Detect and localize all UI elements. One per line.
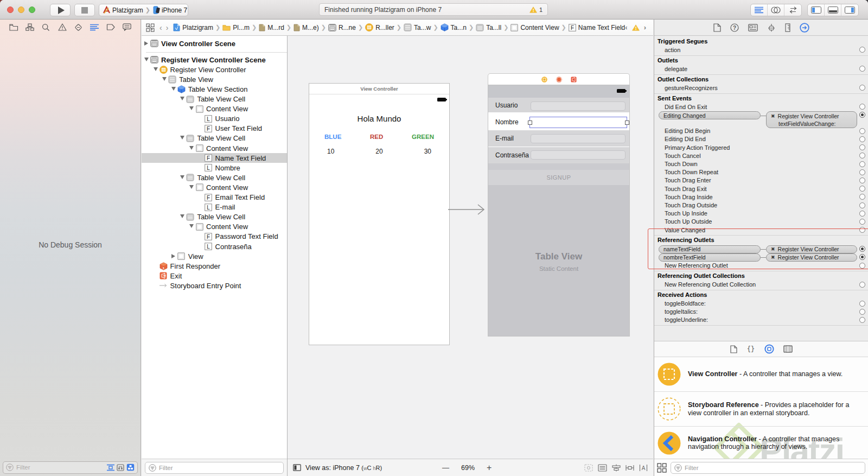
next-issue-button[interactable]: ›	[644, 23, 646, 31]
breadcrumb-item[interactable]: Ta...w	[404, 23, 431, 31]
update-frames-button[interactable]	[584, 464, 593, 472]
breadcrumb-item[interactable]: R...ller	[365, 23, 394, 31]
outline-row[interactable]: Storyboard Entry Point	[142, 281, 287, 290]
navigator-tab-tests[interactable]	[72, 22, 84, 33]
scheme-selector[interactable]: Platzigram ❯ iPhone 7	[99, 4, 188, 16]
outline-filter-field[interactable]: Filter	[145, 462, 284, 474]
connection-source-pill[interactable]: nombreTextField	[659, 253, 761, 262]
connection-well-empty[interactable]	[859, 186, 865, 192]
connection-well-filled[interactable]	[859, 246, 865, 252]
outline-row[interactable]: 1First Responder	[142, 261, 287, 271]
disclosure-expanded-icon[interactable]	[171, 87, 176, 91]
view-controller-icon[interactable]	[541, 77, 547, 82]
table-view-placeholder[interactable]: Table View Static Content	[488, 185, 629, 336]
disclosure-expanded-icon[interactable]	[180, 214, 184, 218]
connection-well-filled[interactable]	[859, 254, 865, 260]
debug-mode-button-2[interactable]	[117, 464, 124, 471]
view-controller-scene[interactable]: View Controller Hola Mundo BLUEREDGREEN …	[309, 83, 450, 345]
disclosure-expanded-icon[interactable]	[180, 175, 184, 179]
segue-arrow[interactable]	[448, 201, 490, 218]
outline-row[interactable]: FPassword Text Field	[142, 232, 287, 242]
breadcrumb-item[interactable]: FName Text Field	[569, 24, 625, 31]
disclosure-expanded-icon[interactable]	[189, 185, 194, 189]
connection-well-empty[interactable]	[859, 161, 865, 167]
debug-mode-button-1[interactable]	[107, 464, 114, 471]
outline-row[interactable]: LE-mail	[142, 202, 287, 212]
grid-view-icon[interactable]	[657, 463, 667, 473]
exit-icon[interactable]	[571, 77, 577, 82]
signup-button[interactable]: SIGNUP	[488, 170, 629, 185]
pin-button[interactable]	[626, 464, 634, 472]
connection-well-empty[interactable]	[859, 309, 865, 315]
breadcrumb-item[interactable]: R...ne	[328, 24, 356, 31]
navigator-tab-debug[interactable]	[88, 22, 100, 33]
related-items-icon[interactable]	[146, 23, 155, 32]
outline-row[interactable]: Table View	[142, 74, 287, 84]
size-inspector-tab[interactable]	[785, 23, 790, 32]
quick-help-inspector-tab[interactable]: ?	[730, 23, 739, 32]
device-configuration-icon[interactable]	[293, 464, 301, 471]
connection-source-pill[interactable]: Editing Changed	[659, 111, 761, 119]
navigator-tab-search[interactable]	[40, 22, 52, 33]
library-item[interactable]: Navigation Controller - A controller tha…	[654, 427, 868, 460]
navigator-filter-field[interactable]: Filter	[3, 461, 138, 474]
outline-row[interactable]: Register View Controller	[142, 65, 287, 74]
history-back-button[interactable]: ‹	[159, 23, 162, 32]
connection-well-empty[interactable]	[859, 144, 865, 150]
standard-editor-button[interactable]	[751, 4, 768, 16]
disclosure-expanded-icon[interactable]	[189, 224, 194, 228]
outline-row[interactable]: Table View Cell	[142, 134, 287, 143]
disclosure-expanded-icon[interactable]	[180, 97, 184, 100]
breadcrumb-item[interactable]: Content View	[510, 24, 559, 31]
attributes-inspector-tab[interactable]	[767, 23, 776, 32]
disconnect-icon[interactable]: ✖	[771, 246, 775, 252]
outline-row[interactable]: Content View	[142, 104, 287, 114]
warning-counter[interactable]: 1	[529, 7, 542, 13]
connection-well-empty[interactable]	[859, 104, 865, 110]
table-cell-usuario[interactable]: Usuario	[488, 98, 629, 112]
hola-mundo-label[interactable]: Hola Mundo	[309, 114, 449, 123]
assistant-editor-button[interactable]	[768, 4, 784, 16]
code-snippet-library-tab[interactable]: {}	[746, 345, 755, 353]
stop-button[interactable]	[74, 4, 95, 16]
navigator-tab-issues[interactable]	[56, 22, 68, 33]
breadcrumb-item[interactable]: Platzigram	[173, 23, 213, 31]
outline-row[interactable]: FUser Text Field	[142, 124, 287, 134]
align-button[interactable]	[612, 464, 621, 472]
disclosure-expanded-icon[interactable]	[144, 58, 149, 61]
identity-inspector-tab[interactable]	[748, 24, 758, 31]
breadcrumb-item[interactable]: Ta...n	[441, 23, 467, 31]
outline-row[interactable]: Content View	[142, 182, 287, 192]
zoom-in-button[interactable]: +	[487, 463, 492, 473]
connections-inspector-tab[interactable]	[800, 23, 809, 33]
connection-well-empty[interactable]	[859, 301, 865, 307]
connection-well-empty[interactable]	[859, 66, 865, 72]
minimize-window-button[interactable]	[18, 7, 24, 13]
navigator-tab-symbols[interactable]	[24, 22, 36, 33]
connection-target-pill[interactable]: ✖Register View Controller	[766, 245, 857, 253]
selected-text-field[interactable]	[529, 117, 627, 128]
table-cell-e-mail[interactable]: E-mail	[488, 130, 629, 147]
toggle-inspector-button[interactable]	[841, 4, 858, 16]
outline-row[interactable]: LNombre	[142, 163, 287, 173]
outline-row[interactable]: Exit	[142, 271, 287, 281]
connection-well-empty[interactable]	[859, 202, 865, 208]
view-as-label[interactable]: View as: iPhone 7 (wC hR)	[305, 464, 382, 472]
text-field[interactable]	[531, 101, 626, 111]
file-inspector-tab[interactable]	[713, 23, 721, 32]
outline-row[interactable]: Register View Controller Scene	[142, 55, 287, 65]
connection-well-empty[interactable]	[859, 153, 865, 158]
zoom-level[interactable]: 69%	[461, 464, 475, 472]
connection-well-empty[interactable]	[859, 85, 865, 91]
disclosure-collapsed-icon[interactable]	[171, 254, 175, 258]
zoom-out-button[interactable]: —	[442, 464, 449, 472]
connection-target-box[interactable]: ✖Register View ControllertextFieldValueC…	[766, 111, 857, 128]
toggle-debug-area-button[interactable]	[825, 4, 841, 16]
connection-well-empty[interactable]	[859, 194, 865, 200]
outline-row[interactable]: LContraseña	[142, 242, 287, 251]
connection-well-empty[interactable]	[859, 47, 865, 53]
library-filter-field[interactable]: Filter	[671, 462, 865, 474]
version-editor-button[interactable]	[784, 4, 801, 16]
disclosure-expanded-icon[interactable]	[189, 106, 194, 110]
outline-row[interactable]: Table View Cell	[142, 173, 287, 182]
